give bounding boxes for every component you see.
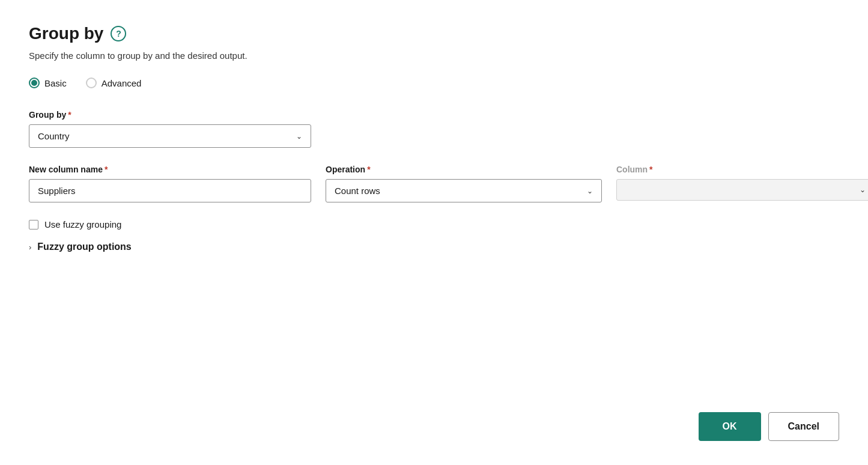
- fuzzy-options-chevron-icon: ›: [29, 243, 31, 252]
- group-by-chevron-icon: ⌄: [296, 132, 302, 141]
- operation-required: *: [367, 165, 370, 174]
- operation-label: Operation*: [326, 165, 602, 174]
- fuzzy-grouping-label: Use fuzzy grouping: [44, 219, 121, 229]
- help-icon[interactable]: ?: [111, 26, 126, 41]
- new-column-name-input[interactable]: [29, 179, 311, 202]
- group-by-section: Group by* Country ⌄: [29, 110, 839, 148]
- group-by-required: *: [68, 110, 71, 120]
- new-column-name-field: New column name*: [29, 165, 311, 202]
- title-row: Group by ?: [29, 24, 839, 43]
- new-column-name-label: New column name*: [29, 165, 311, 174]
- columns-row: New column name* Operation* Count rows ⌄…: [29, 165, 839, 202]
- new-column-required: *: [105, 165, 108, 174]
- group-by-value: Country: [38, 131, 70, 141]
- radio-basic-label: Basic: [44, 78, 67, 88]
- column-dropdown: ⌄: [616, 179, 868, 201]
- fuzzy-grouping-row[interactable]: Use fuzzy grouping: [29, 219, 839, 229]
- radio-basic[interactable]: Basic: [29, 78, 67, 88]
- fuzzy-options-label: Fuzzy group options: [37, 242, 131, 252]
- cancel-button[interactable]: Cancel: [768, 412, 839, 441]
- radio-advanced-circle[interactable]: [86, 78, 97, 88]
- ok-button[interactable]: OK: [699, 412, 761, 441]
- radio-advanced[interactable]: Advanced: [86, 78, 142, 88]
- operation-chevron-icon: ⌄: [587, 187, 593, 195]
- operation-value: Count rows: [335, 186, 380, 196]
- column-label: Column*: [616, 165, 868, 174]
- group-by-dropdown[interactable]: Country ⌄: [29, 124, 311, 148]
- group-by-dialog: Group by ? Specify the column to group b…: [0, 0, 868, 465]
- mode-radio-group: Basic Advanced: [29, 78, 839, 88]
- footer-buttons: OK Cancel: [699, 412, 839, 441]
- radio-basic-circle[interactable]: [29, 78, 40, 88]
- operation-dropdown[interactable]: Count rows ⌄: [326, 179, 602, 202]
- fuzzy-grouping-checkbox[interactable]: [29, 220, 38, 229]
- fuzzy-group-options-row[interactable]: › Fuzzy group options: [29, 242, 839, 252]
- dialog-title: Group by: [29, 24, 103, 43]
- operation-field: Operation* Count rows ⌄: [326, 165, 602, 202]
- column-field: Column* ⌄: [616, 165, 868, 201]
- column-required: *: [649, 165, 652, 174]
- dialog-subtitle: Specify the column to group by and the d…: [29, 50, 839, 61]
- column-chevron-icon: ⌄: [860, 186, 866, 194]
- group-by-label: Group by*: [29, 110, 839, 120]
- radio-advanced-label: Advanced: [102, 78, 142, 88]
